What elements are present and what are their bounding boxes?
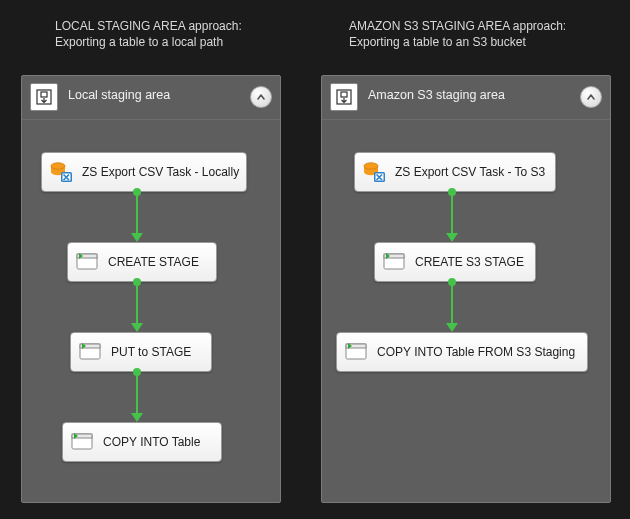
panel-title: Amazon S3 staging area: [368, 88, 505, 102]
node-copy-into-table[interactable]: COPY INTO Table: [62, 422, 222, 462]
flow-arrow-icon: [445, 282, 459, 332]
zs-export-icon: [363, 160, 387, 184]
right-heading: AMAZON S3 STAGING AREA approach: Exporti…: [349, 18, 566, 50]
sql-task-icon: [76, 250, 100, 274]
left-heading: LOCAL STAGING AREA approach: Exporting a…: [55, 18, 242, 50]
sql-task-icon: [383, 250, 407, 274]
node-label: ZS Export CSV Task - Locally: [82, 165, 239, 179]
panel-s3-staging: Amazon S3 staging area ZS Export CSV Tas…: [321, 75, 611, 503]
diagram-canvas: LOCAL STAGING AREA approach: Exporting a…: [0, 0, 630, 519]
flow-arrow-icon: [130, 372, 144, 422]
node-label: COPY INTO Table: [103, 435, 200, 449]
node-create-stage[interactable]: CREATE STAGE: [67, 242, 217, 282]
collapse-button[interactable]: [250, 86, 272, 108]
panel-body: ZS Export CSV Task - Locally CREATE STAG…: [22, 120, 280, 504]
sql-task-icon: [345, 340, 369, 364]
panel-type-icon: [30, 83, 58, 111]
node-zs-export-s3[interactable]: ZS Export CSV Task - To S3: [354, 152, 556, 192]
node-label: PUT to STAGE: [111, 345, 191, 359]
panel-local-staging: Local staging area ZS Export CSV Task - …: [21, 75, 281, 503]
chevron-up-icon: [586, 92, 596, 102]
node-create-s3-stage[interactable]: CREATE S3 STAGE: [374, 242, 536, 282]
sql-task-icon: [71, 430, 95, 454]
panel-title: Local staging area: [68, 88, 170, 102]
panel-type-icon: [330, 83, 358, 111]
chevron-up-icon: [256, 92, 266, 102]
flow-arrow-icon: [130, 192, 144, 242]
collapse-button[interactable]: [580, 86, 602, 108]
sql-task-icon: [79, 340, 103, 364]
right-heading-line1: AMAZON S3 STAGING AREA approach:: [349, 18, 566, 34]
node-label: CREATE STAGE: [108, 255, 199, 269]
flow-arrow-icon: [130, 282, 144, 332]
zs-export-icon: [50, 160, 74, 184]
panel-header: Local staging area: [22, 76, 280, 120]
node-label: COPY INTO Table FROM S3 Staging: [377, 345, 575, 359]
panel-body: ZS Export CSV Task - To S3 CREATE S3 STA…: [322, 120, 610, 504]
node-zs-export-local[interactable]: ZS Export CSV Task - Locally: [41, 152, 247, 192]
left-heading-line2: Exporting a table to a local path: [55, 34, 242, 50]
right-heading-line2: Exporting a table to an S3 bucket: [349, 34, 566, 50]
node-label: CREATE S3 STAGE: [415, 255, 524, 269]
flow-arrow-icon: [445, 192, 459, 242]
node-put-to-stage[interactable]: PUT to STAGE: [70, 332, 212, 372]
node-label: ZS Export CSV Task - To S3: [395, 165, 545, 179]
left-heading-line1: LOCAL STAGING AREA approach:: [55, 18, 242, 34]
panel-header: Amazon S3 staging area: [322, 76, 610, 120]
node-copy-into-from-s3[interactable]: COPY INTO Table FROM S3 Staging: [336, 332, 588, 372]
